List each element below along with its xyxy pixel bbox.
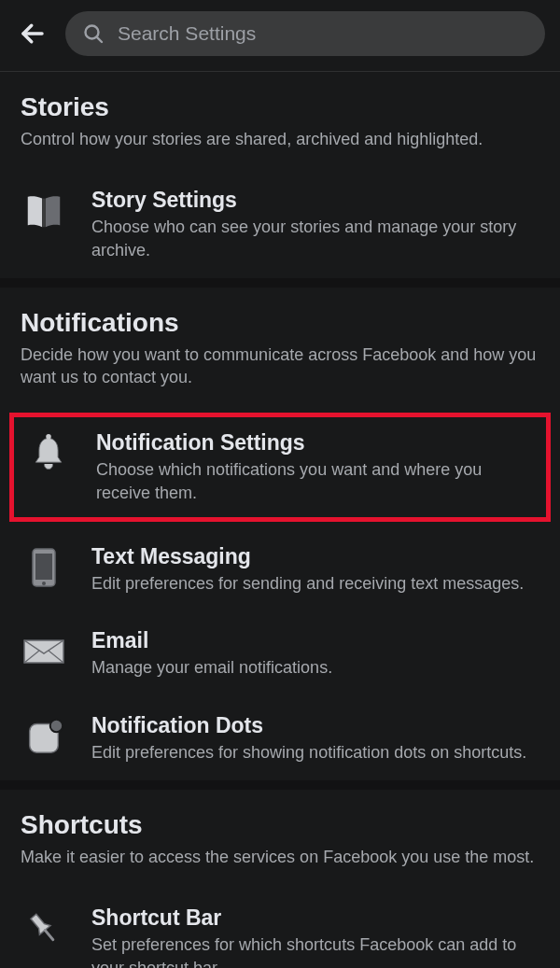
notification-dots-title: Notification Dots xyxy=(91,713,539,738)
svg-point-4 xyxy=(46,434,51,440)
pin-icon xyxy=(21,905,67,952)
svg-point-7 xyxy=(42,582,46,585)
email-item[interactable]: Email Manage your email notifications. xyxy=(0,611,560,695)
notification-dots-desc: Edit preferences for showing notificatio… xyxy=(91,741,539,764)
shortcut-bar-desc: Set preferences for which shortcuts Face… xyxy=(91,933,539,968)
shortcuts-desc: Make it easier to access the services on… xyxy=(21,846,539,868)
search-input[interactable]: Search Settings xyxy=(65,11,545,56)
search-placeholder: Search Settings xyxy=(118,22,256,45)
shortcut-bar-title: Shortcut Bar xyxy=(91,905,539,931)
section-divider xyxy=(0,278,560,288)
svg-line-2 xyxy=(97,37,102,42)
shortcuts-title: Shortcuts xyxy=(21,810,539,840)
envelope-icon xyxy=(21,628,67,675)
section-divider xyxy=(0,780,560,790)
notification-settings-desc: Choose which notifications you want and … xyxy=(96,458,535,504)
shortcut-bar-item[interactable]: Shortcut Bar Set preferences for which s… xyxy=(0,889,560,968)
bell-icon xyxy=(25,430,72,477)
notifications-title: Notifications xyxy=(21,308,539,338)
svg-rect-3 xyxy=(42,199,46,228)
story-settings-title: Story Settings xyxy=(91,188,539,213)
header: Search Settings xyxy=(0,0,560,72)
svg-line-10 xyxy=(45,931,53,940)
email-desc: Manage your email notifications. xyxy=(91,656,539,679)
section-stories: Stories Control how your stories are sha… xyxy=(0,72,560,171)
stories-title: Stories xyxy=(21,92,539,122)
svg-rect-6 xyxy=(35,554,52,580)
email-title: Email xyxy=(91,628,539,653)
story-settings-desc: Choose who can see your stories and mana… xyxy=(91,216,539,261)
search-icon xyxy=(82,22,105,45)
stories-desc: Control how your stories are shared, arc… xyxy=(21,128,539,150)
highlight-box: Notification Settings Choose which notif… xyxy=(9,413,551,522)
book-icon xyxy=(21,188,67,234)
back-arrow-icon xyxy=(19,20,47,48)
text-messaging-title: Text Messaging xyxy=(91,544,539,569)
notification-dots-item[interactable]: Notification Dots Edit preferences for s… xyxy=(0,696,560,780)
text-messaging-desc: Edit preferences for sending and receivi… xyxy=(91,572,539,595)
notification-settings-title: Notification Settings xyxy=(96,430,535,456)
back-button[interactable] xyxy=(15,16,50,51)
svg-point-9 xyxy=(50,719,63,731)
story-settings-item[interactable]: Story Settings Choose who can see your s… xyxy=(0,171,560,278)
section-notifications: Notifications Decide how you want to com… xyxy=(0,288,560,410)
notifications-desc: Decide how you want to communicate acros… xyxy=(21,344,539,389)
notification-settings-item[interactable]: Notification Settings Choose which notif… xyxy=(14,417,546,517)
phone-icon xyxy=(21,544,67,591)
text-messaging-item[interactable]: Text Messaging Edit preferences for send… xyxy=(0,527,560,611)
app-dot-icon xyxy=(21,713,67,760)
section-shortcuts: Shortcuts Make it easier to access the s… xyxy=(0,790,560,889)
